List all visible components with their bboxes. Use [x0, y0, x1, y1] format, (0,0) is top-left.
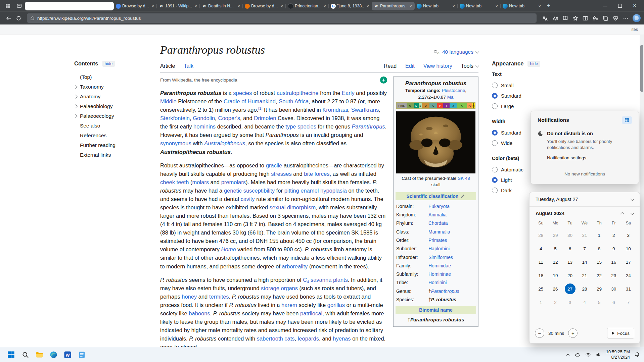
radio-button[interactable] [492, 93, 498, 99]
calendar-day[interactable]: 3 [621, 229, 636, 242]
tab-close-icon[interactable]: × [495, 4, 499, 9]
volume-icon[interactable] [596, 352, 601, 358]
calendar-day[interactable]: 30 [563, 229, 577, 242]
refresh-icon[interactable] [13, 13, 24, 23]
browser-tab[interactable]: WParanthropus...× [372, 2, 415, 10]
chevron-right-icon[interactable] [74, 114, 77, 118]
wiki-link[interactable]: premolars [221, 179, 246, 185]
translate-icon[interactable] [540, 13, 550, 23]
wiki-link[interactable]: hominins [193, 123, 216, 130]
browser-tab[interactable]: Browse by d...× [243, 2, 286, 10]
article-tab-tools[interactable]: Tools [461, 62, 478, 72]
calendar-day[interactable]: 5 [592, 296, 606, 309]
wiki-link[interactable]: Sterkfontein [160, 115, 190, 121]
binomial-header-link[interactable]: Binomial name [419, 307, 453, 313]
calendar-day[interactable]: 28 [534, 229, 548, 242]
chevron-right-icon[interactable] [74, 104, 77, 108]
file-explorer-icon[interactable] [32, 348, 46, 361]
radio-button[interactable] [492, 188, 498, 193]
edge-icon[interactable] [46, 348, 60, 361]
browser-essentials-icon[interactable] [610, 13, 620, 23]
tab-close-icon[interactable]: × [366, 4, 370, 9]
taxonomy-link[interactable]: Haplorhini [428, 246, 450, 251]
browser-tab[interactable]: G"june 8, 1938...× [329, 2, 372, 10]
profile-avatar[interactable] [633, 14, 641, 22]
other-favorites-label[interactable]: ites [632, 27, 638, 32]
taxonomy-link[interactable]: Primates [428, 238, 447, 243]
radio-button[interactable] [492, 130, 498, 136]
taxonomy-link[interactable]: Animalia [428, 212, 447, 217]
wiki-link[interactable]: Swartkrans [351, 107, 379, 113]
onedrive-icon[interactable] [575, 352, 581, 358]
wiki-link[interactable]: [1] [258, 106, 262, 110]
url-field[interactable]: https://en.wikipedia.org/wiki/Paranthrop… [27, 13, 537, 23]
taxonomy-link[interactable]: Homininae [428, 271, 451, 277]
tab-close-icon[interactable]: × [452, 4, 456, 9]
calendar-day[interactable]: 13 [563, 256, 577, 268]
calendar-day[interactable]: 3 [563, 296, 577, 309]
calendar-day[interactable]: 4 [577, 296, 592, 309]
calendar-day[interactable]: 6 [606, 296, 621, 309]
scrollbar-thumb[interactable] [640, 45, 643, 92]
wiki-link[interactable]: sabertooth cats [257, 335, 295, 342]
calendar-day[interactable]: 18 [534, 269, 548, 282]
split-screen-icon[interactable] [580, 13, 590, 23]
calendar-day[interactable]: 7 [577, 242, 592, 255]
wiki-link[interactable]: stresses [271, 171, 291, 177]
start-button[interactable] [4, 348, 18, 361]
wiki-link[interactable]: Drimolen [254, 115, 276, 121]
taxonomy-link[interactable]: Chordata [428, 220, 448, 226]
calendar-day[interactable]: 6 [563, 242, 577, 255]
skull-image[interactable] [396, 111, 475, 173]
browser-tab[interactable]: Browse by d...× [114, 2, 157, 10]
notification-options-icon[interactable] [622, 116, 632, 124]
radio-button[interactable] [492, 103, 498, 109]
appearance-option-large[interactable]: Large [492, 101, 576, 111]
browser-tab[interactable]: New tab× [458, 2, 501, 10]
calendar-day[interactable]: 5 [548, 242, 562, 255]
search-icon[interactable] [18, 348, 32, 361]
wiki-link[interactable]: bite forces [304, 171, 329, 177]
calendar-prev-icon[interactable] [620, 212, 624, 216]
tab-close-icon[interactable]: × [280, 4, 284, 9]
article-tab-read[interactable]: Read [384, 62, 397, 72]
caption-link[interactable]: SK 48 [458, 176, 470, 181]
wiki-link[interactable]: savanna plants [309, 277, 348, 283]
wiki-link[interactable]: Early [342, 90, 355, 96]
new-tab-button[interactable]: + [544, 2, 554, 9]
toc-item[interactable]: Palaeoecology [74, 111, 145, 121]
taxonomy-link[interactable]: Eukaryota [428, 204, 450, 209]
article-tab-article[interactable]: Article [160, 62, 175, 72]
calendar-day[interactable]: 10 [621, 242, 636, 255]
calendar-day[interactable]: 15 [592, 256, 606, 268]
wiki-link[interactable]: baboons [189, 310, 210, 316]
taxonomy-link[interactable]: Hominidae [428, 263, 451, 268]
wiki-link[interactable]: termites [209, 294, 229, 300]
restore-button[interactable] [612, 0, 627, 11]
wiki-link[interactable]: Cooper's [218, 115, 240, 121]
temporal-unit-link[interactable]: Ma [447, 95, 454, 100]
languages-button[interactable]: A 40 languages [434, 49, 478, 56]
calendar-day[interactable]: 17 [621, 256, 636, 268]
settings-icon[interactable] [620, 13, 631, 23]
toc-item[interactable]: (Top) [74, 72, 145, 82]
taxonomy-link[interactable]: Simiiformes [428, 255, 453, 260]
read-aloud-icon[interactable] [550, 13, 560, 23]
toc-item[interactable]: Anatomy [74, 92, 145, 101]
calendar-day[interactable]: 14 [577, 256, 592, 268]
radio-button[interactable] [492, 140, 498, 146]
wiki-link[interactable]: Homo [221, 246, 236, 252]
article-tab-edit[interactable]: Edit [405, 62, 415, 72]
appearance-hide-button[interactable]: hide [527, 61, 540, 67]
notification-settings-link[interactable]: Notification settings [547, 155, 632, 160]
calendar-day[interactable]: 4 [534, 242, 548, 255]
notification-bell-icon[interactable] [635, 352, 640, 357]
chevron-right-icon[interactable] [74, 85, 77, 89]
chevron-right-icon[interactable] [74, 95, 77, 98]
wiki-link[interactable]: arboreality [282, 263, 308, 269]
browser-tab[interactable]: Princetonian...× [286, 2, 329, 10]
calendar-day[interactable]: 25 [534, 282, 548, 295]
wifi-icon[interactable] [585, 352, 591, 358]
back-icon[interactable] [3, 13, 13, 23]
radio-button[interactable] [492, 177, 498, 183]
